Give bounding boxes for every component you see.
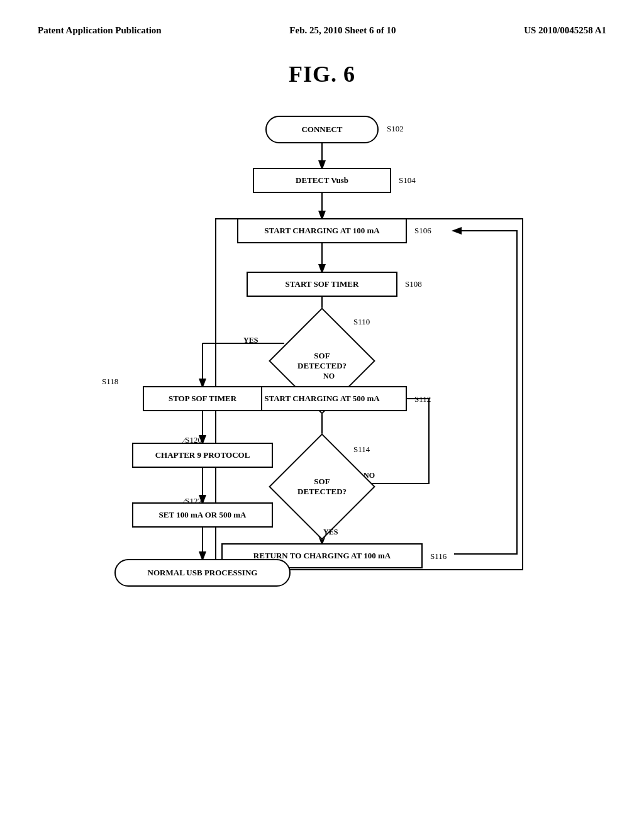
node-sof-timer-label: START SOF TIMER [286,279,359,289]
no-label-1: NO [323,372,335,381]
node-detect-label: DETECT Vusb [296,175,348,185]
header-publication: Patent Application Publication [38,25,162,36]
step-s112: S112 [414,394,431,404]
node-set100500: SET 100 mA OR 500 mA [132,502,273,528]
step-s116: S116 [430,551,447,562]
yes-label-2: YES [323,528,338,537]
step-s108: S108 [405,279,422,289]
node-sof-det2-label: SOFDETECTED? [297,477,347,497]
step-s106: S106 [414,226,431,236]
node-charge100: START CHARGING AT 100 mA [237,218,407,243]
page-header: Patent Application Publication Feb. 25, … [0,0,644,36]
step-s110: S110 [353,317,370,327]
node-connect: CONNECT [265,116,379,143]
node-charge500: START CHARGING AT 500 mA [237,386,407,411]
node-normal-usb-label: NORMAL USB PROCESSING [148,568,258,578]
yes-label-1: YES [243,336,258,345]
node-chapter9-label: CHAPTER 9 PROTOCOL [155,450,250,460]
node-stop-sof-label: STOP SOF TIMER [169,394,236,404]
node-stop-sof: STOP SOF TIMER [143,386,262,411]
node-chapter9: CHAPTER 9 PROTOCOL [132,443,273,468]
node-set100500-label: SET 100 mA OR 500 mA [159,510,247,520]
header-patent-number: US 2010/0045258 A1 [524,25,606,36]
node-connect-label: CONNECT [301,124,342,135]
step-s114: S114 [353,445,370,455]
figure-title: FIG. 6 [0,61,644,87]
node-sof-timer: START SOF TIMER [247,272,397,297]
node-sof-det1-label: SOFDETECTED? [297,351,347,371]
step-s102: S102 [387,124,404,134]
step-s104: S104 [399,175,416,185]
node-charge500-label: START CHARGING AT 500 mA [264,394,380,404]
step-s118: S118 [102,377,118,387]
node-normal-usb: NORMAL USB PROCESSING [114,559,291,587]
header-date-sheet: Feb. 25, 2010 Sheet 6 of 10 [289,25,396,36]
flowchart: CONNECT S102 DETECT Vusb S104 START CHAR… [39,100,605,760]
node-detect: DETECT Vusb [253,168,391,193]
flowchart-arrows [39,100,605,760]
node-charge100-label: START CHARGING AT 100 mA [264,226,380,236]
